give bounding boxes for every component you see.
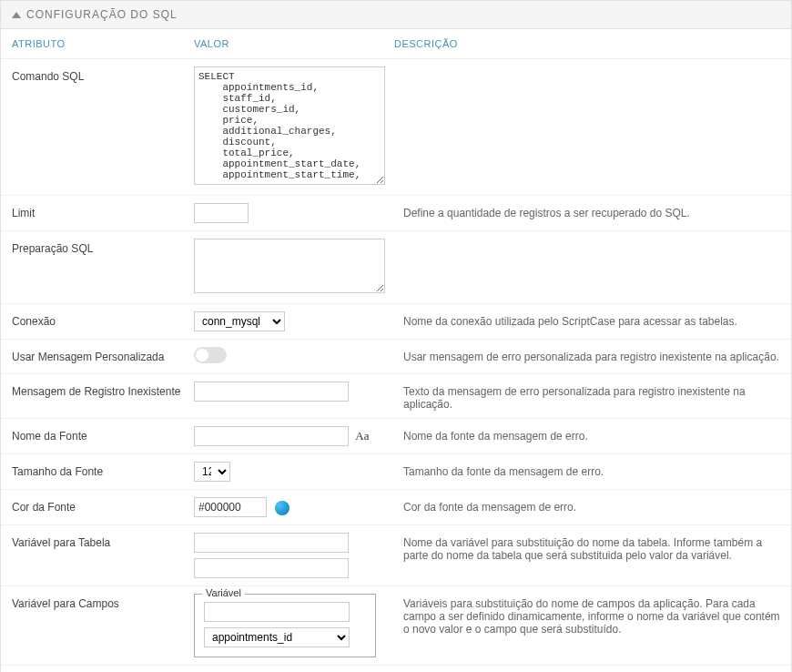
desc-limit: Define a quantidade de registros a ser r… xyxy=(394,203,780,219)
row-variavel-campos: Variável para Campos Variável appointmen… xyxy=(1,586,791,666)
mensagem-inexistente-input[interactable] xyxy=(194,382,349,402)
preparacao-textarea[interactable] xyxy=(194,239,385,293)
desc-comando-sql xyxy=(394,66,780,70)
desc-conexao: Nome da conexão utilizada pelo ScriptCas… xyxy=(394,311,780,328)
label-cor-fonte: Cor da Fonte xyxy=(12,497,194,514)
label-conexao: Conexão xyxy=(12,311,194,328)
row-preparacao: Preparação SQL xyxy=(1,231,791,304)
variavel-campos-input[interactable] xyxy=(204,602,350,622)
limit-input[interactable] xyxy=(194,203,249,223)
label-mensagem-inexistente: Mensagem de Registro Inexistente xyxy=(12,382,194,398)
toggle-knob xyxy=(196,349,208,361)
conexao-select[interactable]: conn_mysql xyxy=(194,311,285,331)
cor-fonte-input[interactable] xyxy=(194,497,267,517)
desc-preparacao xyxy=(394,239,780,242)
label-mensagem-personalizada: Usar Mensagem Personalizada xyxy=(12,347,194,363)
desc-nome-fonte: Nome da fonte da mensagem de erro. xyxy=(394,426,780,443)
comando-sql-textarea[interactable]: SELECT appointments_id, staff_id, custom… xyxy=(194,66,385,185)
row-tamanho-fonte: Tamanho da Fonte 12 Tamanho da fonte da … xyxy=(1,454,791,490)
mensagem-personalizada-toggle[interactable] xyxy=(194,347,227,363)
col-header-desc: DESCRIÇÃO xyxy=(394,38,780,49)
row-variavel-tabela: Variável para Tabela Nome da variável pa… xyxy=(1,525,791,586)
desc-cor-fonte: Cor da fonte da mensagem de erro. xyxy=(394,497,780,514)
desc-variavel-tabela: Nome da variável para substituição do no… xyxy=(394,533,780,562)
row-mensagem-personalizada: Usar Mensagem Personalizada Usar mensage… xyxy=(1,340,791,374)
panel-header[interactable]: CONFIGURAÇÃO DO SQL xyxy=(1,1,791,29)
desc-tamanho-fonte: Tamanho da fonte da mensagem de erro. xyxy=(394,462,780,478)
nome-fonte-input[interactable] xyxy=(194,426,349,446)
row-cor-fonte: Cor da Fonte Cor da fonte da mensagem de… xyxy=(1,490,791,525)
variavel-tabela-input-2[interactable] xyxy=(194,558,349,578)
row-conexao: Conexão conn_mysql Nome da conexão utili… xyxy=(1,304,791,340)
desc-variavel-campos: Variáveis para substituição do nome de c… xyxy=(394,594,780,636)
tamanho-fonte-select[interactable]: 12 xyxy=(194,462,230,482)
row-mensagem-inexistente: Mensagem de Registro Inexistente Texto d… xyxy=(1,374,791,419)
col-header-val: VALOR xyxy=(194,38,394,49)
label-tamanho-fonte: Tamanho da Fonte xyxy=(12,462,194,478)
columns-header: ATRIBUTO VALOR DESCRIÇÃO xyxy=(1,29,791,59)
label-comando-sql: Comando SQL xyxy=(12,66,194,83)
label-nome-fonte: Nome da Fonte xyxy=(12,426,194,443)
col-header-attr: ATRIBUTO xyxy=(12,38,194,49)
variavel-tabela-input-1[interactable] xyxy=(194,533,349,553)
font-picker-icon[interactable]: Aa xyxy=(355,429,369,443)
collapse-triangle-icon xyxy=(12,12,21,18)
desc-mensagem-inexistente: Texto da mensagem de erro personalizada … xyxy=(394,382,780,411)
variavel-legend: Variável xyxy=(202,587,245,598)
row-case-sensitive: Case Sensitive ✓ Considerar Case Sensiti… xyxy=(1,666,791,672)
color-picker-icon[interactable] xyxy=(275,501,289,515)
desc-mensagem-personalizada: Usar mensagem de erro personalizada para… xyxy=(394,347,780,363)
row-comando-sql: Comando SQL SELECT appointments_id, staf… xyxy=(1,59,791,196)
variavel-campos-select[interactable]: appointments_id xyxy=(204,627,350,647)
sql-config-panel: CONFIGURAÇÃO DO SQL ATRIBUTO VALOR DESCR… xyxy=(0,0,792,672)
row-nome-fonte: Nome da Fonte Aa Nome da fonte da mensag… xyxy=(1,419,791,454)
label-variavel-campos: Variável para Campos xyxy=(12,594,194,610)
variavel-fieldset: Variável appointments_id xyxy=(194,594,376,657)
label-limit: Limit xyxy=(12,203,194,219)
label-variavel-tabela: Variável para Tabela xyxy=(12,533,194,549)
row-limit: Limit Define a quantidade de registros a… xyxy=(1,196,791,231)
panel-title: CONFIGURAÇÃO DO SQL xyxy=(26,8,178,21)
label-preparacao: Preparação SQL xyxy=(12,239,194,255)
